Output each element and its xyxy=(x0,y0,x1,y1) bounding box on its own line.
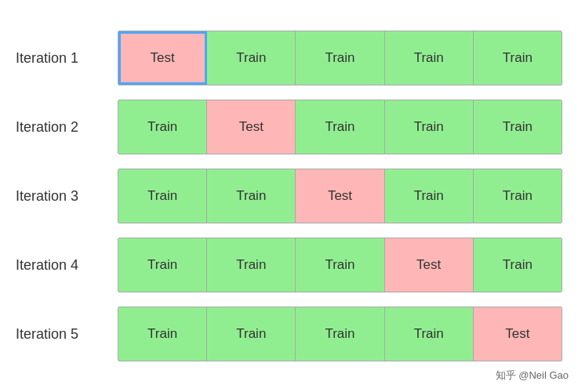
iteration-label-4: Iteration 4 xyxy=(16,257,118,274)
iteration-row-5: Iteration 5TrainTrainTrainTrainTest xyxy=(16,307,562,361)
iteration-row-1: Iteration 1TestTrainTrainTrainTrain xyxy=(16,31,562,85)
cell-r3-c5: Train xyxy=(474,169,562,223)
iteration-label-5: Iteration 5 xyxy=(16,326,118,343)
cell-r4-c1: Train xyxy=(118,238,207,292)
cell-r5-c5: Test xyxy=(474,307,562,361)
iteration-row-2: Iteration 2TrainTestTrainTrainTrain xyxy=(16,100,562,154)
cross-validation-grid: Iteration 1TestTrainTrainTrainTrainItera… xyxy=(0,23,578,369)
cell-r5-c4: Train xyxy=(385,307,474,361)
iteration-row-3: Iteration 3TrainTrainTestTrainTrain xyxy=(16,169,562,223)
cell-r1-c4: Train xyxy=(385,31,474,85)
cell-r3-c1: Train xyxy=(118,169,207,223)
cell-r1-c2: Train xyxy=(207,31,296,85)
iteration-cells-4: TrainTrainTrainTestTrain xyxy=(118,238,562,292)
cell-r2-c2: Test xyxy=(207,100,296,154)
cell-r2-c5: Train xyxy=(474,100,562,154)
iteration-row-4: Iteration 4TrainTrainTrainTestTrain xyxy=(16,238,562,292)
watermark: 知乎 @Neil Gao xyxy=(496,368,569,383)
cell-r3-c2: Train xyxy=(207,169,296,223)
iteration-cells-2: TrainTestTrainTrainTrain xyxy=(118,100,562,154)
iteration-label-1: Iteration 1 xyxy=(16,50,118,67)
cell-r4-c5: Train xyxy=(474,238,562,292)
cell-r4-c2: Train xyxy=(207,238,296,292)
iteration-cells-5: TrainTrainTrainTrainTest xyxy=(118,307,562,361)
cell-r1-c3: Train xyxy=(296,31,384,85)
cell-r5-c2: Train xyxy=(207,307,296,361)
iteration-cells-1: TestTrainTrainTrainTrain xyxy=(118,31,562,85)
cell-r2-c1: Train xyxy=(118,100,207,154)
cell-r1-c1: Test xyxy=(118,31,207,85)
cell-r5-c1: Train xyxy=(118,307,207,361)
cell-r4-c3: Train xyxy=(296,238,384,292)
cell-r2-c4: Train xyxy=(385,100,474,154)
iteration-label-2: Iteration 2 xyxy=(16,119,118,136)
cell-r1-c5: Train xyxy=(474,31,562,85)
cell-r3-c4: Train xyxy=(385,169,474,223)
iteration-cells-3: TrainTrainTestTrainTrain xyxy=(118,169,562,223)
iteration-label-3: Iteration 3 xyxy=(16,188,118,205)
cell-r5-c3: Train xyxy=(296,307,384,361)
cell-r2-c3: Train xyxy=(296,100,384,154)
cell-r4-c4: Test xyxy=(385,238,474,292)
cell-r3-c3: Test xyxy=(296,169,384,223)
